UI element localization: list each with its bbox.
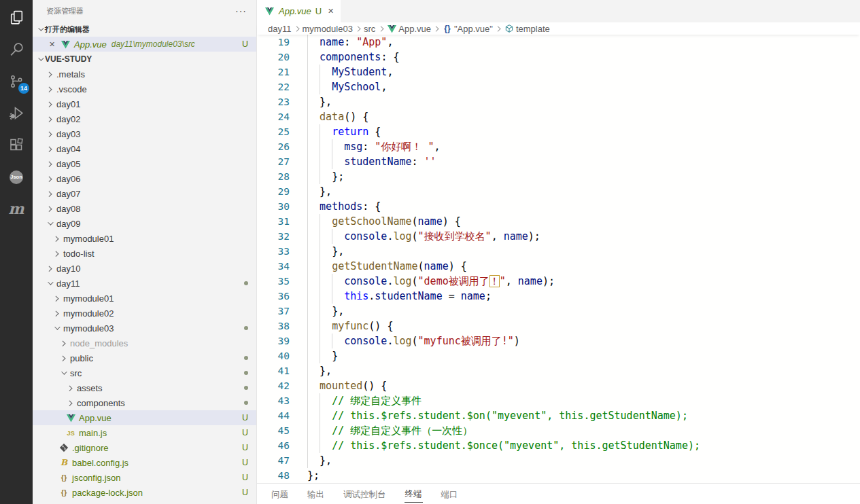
code-line[interactable]: 39 console.log("myfunc被调用了!") xyxy=(257,334,860,348)
code-line[interactable]: 25 return { xyxy=(257,124,860,139)
tree-item-App.vue[interactable]: App.vueU xyxy=(33,410,256,425)
cube-icon xyxy=(504,23,515,34)
panel-tab-端口[interactable]: 端口 xyxy=(441,486,459,503)
tree-item-src[interactable]: src xyxy=(33,365,256,380)
code-line[interactable]: 34 getStudentName(name) { xyxy=(257,259,860,274)
code-line[interactable]: 31 getSchoolName(name) { xyxy=(257,214,860,229)
tree-item-mymodule02[interactable]: mymodule02 xyxy=(33,306,256,321)
code-line[interactable]: 32 console.log("接收到学校名", name); xyxy=(257,229,860,244)
activity-item-extensions[interactable] xyxy=(0,129,33,161)
open-editor-item[interactable]: ✕ App.vue day11\mymodule03\src U xyxy=(33,37,256,52)
tree-item-mymodule01[interactable]: mymodule01 xyxy=(33,231,256,246)
code-line[interactable]: 33 }, xyxy=(257,244,860,259)
panel-tab-调试控制台[interactable]: 调试控制台 xyxy=(343,486,387,503)
tree-item-babel.config.js[interactable]: Bbabel.config.jsU xyxy=(33,455,256,470)
code-line[interactable]: 20 components: { xyxy=(257,50,860,65)
tree-item-mymodule01[interactable]: mymodule01 xyxy=(33,291,256,306)
code-line[interactable]: 44 // this.$refs.student.$on("myevent", … xyxy=(257,408,860,423)
tree-item-day11[interactable]: day11 xyxy=(33,276,256,291)
git-modified-dot xyxy=(244,356,248,360)
code-line[interactable]: 47 }, xyxy=(257,453,860,468)
vscode-window: 14Jsonm 资源管理器 ··· 打开的编辑器 ✕ App.vue day11… xyxy=(0,0,860,504)
code-line[interactable]: 40 } xyxy=(257,348,860,363)
workspace-header[interactable]: VUE-STUDY xyxy=(33,52,256,67)
open-editors-header[interactable]: 打开的编辑器 xyxy=(33,22,256,37)
more-actions-icon[interactable]: ··· xyxy=(235,5,247,16)
tree-item-day01[interactable]: day01 xyxy=(33,96,256,111)
tree-item-.gitignore[interactable]: .gitignoreU xyxy=(33,440,256,455)
tree-item-day07[interactable]: day07 xyxy=(33,186,256,201)
tree-item-label: day09 xyxy=(56,219,80,229)
breadcrumb-item[interactable]: day11 xyxy=(268,24,291,34)
code-line[interactable]: 37 }, xyxy=(257,304,860,319)
line-number: 46 xyxy=(257,438,290,453)
code-editor[interactable]: 19 name: "App",20 components: {21 MyStud… xyxy=(257,35,860,483)
breadcrumb-item[interactable]: App.vue xyxy=(386,23,431,34)
code-line[interactable]: 26 msg: "你好啊！ ", xyxy=(257,139,860,154)
tree-item-day03[interactable]: day03 xyxy=(33,126,256,141)
tree-item-mymodule03[interactable]: mymodule03 xyxy=(33,321,256,336)
panel-tab-输出[interactable]: 输出 xyxy=(307,486,325,503)
code-line[interactable]: 42 mounted() { xyxy=(257,378,860,393)
line-number: 25 xyxy=(257,124,290,139)
line-number: 38 xyxy=(257,319,290,334)
code-line[interactable]: 48}; xyxy=(257,468,860,483)
tree-item-.vscode[interactable]: .vscode xyxy=(33,82,256,96)
panel-tab-问题[interactable]: 问题 xyxy=(271,486,289,503)
code-line[interactable]: 35 console.log("demo被调用了！", name); xyxy=(257,274,860,289)
code-line[interactable]: 36 this.studentName = name; xyxy=(257,289,860,304)
tree-item-.metals[interactable]: .metals xyxy=(33,67,256,82)
tree-item-day04[interactable]: day04 xyxy=(33,141,256,156)
code-line[interactable]: 21 MyStudent, xyxy=(257,65,860,79)
tree-item-package-lock.json[interactable]: {}package-lock.jsonU xyxy=(33,485,256,500)
git-modified-dot xyxy=(244,386,248,390)
activity-item-explorer[interactable] xyxy=(0,1,33,33)
tree-item-assets[interactable]: assets xyxy=(33,380,256,395)
tree-item-todo-list[interactable]: todo-list xyxy=(33,246,256,261)
tab-app-vue[interactable]: App.vue U ✕ xyxy=(257,0,341,22)
tree-item-day06[interactable]: day06 xyxy=(33,171,256,186)
code-line[interactable]: 23 }, xyxy=(257,94,860,109)
tree-item-day10[interactable]: day10 xyxy=(33,261,256,276)
activity-item-json-tool[interactable]: Json xyxy=(0,161,33,193)
tree-item-label: day07 xyxy=(56,189,80,199)
git-modified-dot xyxy=(244,281,248,285)
tree-item-components[interactable]: components xyxy=(33,395,256,410)
code-line[interactable]: 43 // 绑定自定义事件 xyxy=(257,393,860,408)
code-line[interactable]: 27 studentName: '' xyxy=(257,154,860,169)
breadcrumb-item[interactable]: mymodule03 xyxy=(302,24,352,34)
activity-item-m-tool[interactable]: m xyxy=(0,193,33,225)
tree-item-main.js[interactable]: JSmain.jsU xyxy=(33,425,256,440)
scm-count-badge: 14 xyxy=(18,83,29,94)
code-line[interactable]: 46 // this.$refs.student.$once("myevent"… xyxy=(257,438,860,453)
panel-tab-终端[interactable]: 终端 xyxy=(405,485,423,503)
activity-item-search[interactable] xyxy=(0,33,33,65)
code-line[interactable]: 45 // 绑定自定义事件（一次性） xyxy=(257,423,860,438)
code-line[interactable]: 29 }, xyxy=(257,184,860,199)
breadcrumb-item[interactable]: src xyxy=(364,24,375,34)
code-line[interactable]: 24 data() { xyxy=(257,109,860,124)
tree-item-day08[interactable]: day08 xyxy=(33,201,256,216)
close-icon[interactable]: ✕ xyxy=(328,7,334,16)
breadcrumb-item[interactable]: {}"App.vue" xyxy=(442,23,493,34)
tree-item-label: public xyxy=(70,353,93,363)
tree-item-label: jsconfig.json xyxy=(72,473,121,483)
tree-item-jsconfig.json[interactable]: {}jsconfig.jsonU xyxy=(33,470,256,485)
code-line[interactable]: 28 }; xyxy=(257,169,860,184)
code-line[interactable]: 19 name: "App", xyxy=(257,35,860,50)
breadcrumb-item[interactable]: template xyxy=(504,23,550,34)
close-icon[interactable]: ✕ xyxy=(49,40,60,49)
activity-item-source-control[interactable]: 14 xyxy=(0,65,33,97)
tree-item-public[interactable]: public xyxy=(33,350,256,365)
code-line[interactable]: 41 }, xyxy=(257,363,860,378)
tree-item-day02[interactable]: day02 xyxy=(33,111,256,126)
code-line[interactable]: 38 myfunc() { xyxy=(257,319,860,334)
open-editors-label: 打开的编辑器 xyxy=(45,24,90,35)
code-line[interactable]: 30 methods: { xyxy=(257,199,860,214)
tree-item-day05[interactable]: day05 xyxy=(33,156,256,171)
activity-item-run-debug[interactable] xyxy=(0,97,33,129)
code-line[interactable]: 22 MySchool, xyxy=(257,79,860,94)
tree-item-day09[interactable]: day09 xyxy=(33,216,256,231)
tree-item-node_modules[interactable]: node_modules xyxy=(33,336,256,350)
sidebar-title-row: 资源管理器 ··· xyxy=(33,0,256,22)
